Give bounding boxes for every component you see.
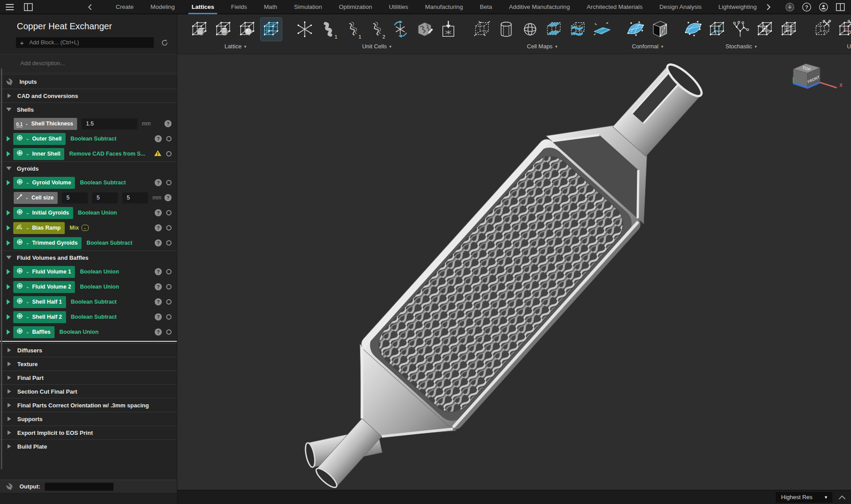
block-function-label[interactable]: Boolean Union: [59, 329, 98, 335]
conformal-surface-icon[interactable]: [625, 18, 646, 41]
visibility-toggle-icon[interactable]: [166, 314, 172, 320]
stochastic-points-icon[interactable]: [707, 18, 728, 41]
chevron-down-icon[interactable]: ⌄: [82, 225, 89, 231]
cellmap-wave-icon[interactable]: [567, 18, 589, 41]
section-final-part[interactable]: Final Part: [0, 371, 177, 384]
run-arrow-icon[interactable]: [7, 210, 10, 215]
output-field[interactable]: [45, 483, 113, 491]
view-cube[interactable]: TOP FRONT X: [791, 60, 843, 97]
block-chip-shell-half-2[interactable]: ⌄Shell Half 2: [13, 311, 66, 323]
run-arrow-icon[interactable]: [7, 269, 10, 274]
visibility-toggle-icon[interactable]: [166, 284, 172, 289]
block-function-label[interactable]: Boolean Subtract: [86, 240, 133, 246]
visibility-toggle-icon[interactable]: [166, 240, 172, 246]
stochastic-lines-icon[interactable]: [778, 18, 800, 41]
block-chip-fluid-volume-1[interactable]: ⌄Fluid Volume 1: [13, 266, 75, 278]
menu-tab-utilities[interactable]: Utilities: [380, 0, 417, 14]
block-chip-cell-size[interactable]: ⌄Cell size: [14, 192, 58, 204]
lattice-cube-box-icon[interactable]: [189, 18, 210, 41]
section-export-implicit-to-eos-print[interactable]: Export Implicit to EOS Print: [0, 426, 177, 439]
expand-triangle-icon[interactable]: [8, 348, 11, 352]
expand-triangle-icon[interactable]: [8, 417, 11, 421]
block-function-label[interactable]: Remove CAD Faces from S...: [69, 151, 145, 157]
run-arrow-icon[interactable]: [7, 180, 10, 185]
lattice-cube-sphere-icon[interactable]: [237, 18, 258, 41]
cellmap-plane-icon[interactable]: [591, 18, 613, 41]
ribbon-group-label-utilities[interactable]: Utilities▾: [847, 42, 851, 52]
help-icon[interactable]: ?: [155, 268, 162, 275]
block-chip-gyroid-volume[interactable]: ⌄Gyroid Volume: [13, 177, 75, 189]
visibility-toggle-icon[interactable]: [166, 151, 172, 156]
block-chip-shell-thickness[interactable]: 0.1⌄Shell Thickness: [14, 118, 77, 130]
lattice-cube-blue-icon[interactable]: [261, 18, 282, 41]
visibility-toggle-icon[interactable]: [166, 136, 172, 141]
help-icon[interactable]: ?: [800, 1, 813, 13]
sync-icon[interactable]: [158, 36, 171, 49]
run-arrow-icon[interactable]: [7, 329, 10, 335]
block-chip-fluid-volume-2[interactable]: ⌄Fluid Volume 2: [13, 281, 75, 293]
visibility-toggle-icon[interactable]: [166, 269, 172, 274]
section-supports[interactable]: Supports: [0, 412, 177, 426]
menu-tab-beta[interactable]: Beta: [472, 0, 501, 14]
expand-triangle-icon[interactable]: [8, 94, 11, 98]
gyroid-wire-icon[interactable]: 2: [366, 18, 387, 41]
stochastic-surface-icon[interactable]: [683, 18, 704, 41]
menu-tab-optimization[interactable]: Optimization: [330, 0, 380, 14]
cellmap-sphere-icon[interactable]: [519, 18, 541, 41]
block-chip-outer-shell[interactable]: ⌄Outer Shell: [13, 133, 66, 145]
block-chip-inner-shell[interactable]: ⌄Inner Shell: [13, 148, 64, 160]
block-function-label[interactable]: Boolean Union: [78, 210, 117, 216]
block-function-label[interactable]: Boolean Union: [80, 284, 119, 290]
block-function-label[interactable]: Boolean Subtract: [70, 136, 117, 142]
section-diffusers[interactable]: Diffusers: [0, 343, 177, 357]
ribbon-group-label-cell-maps[interactable]: Cell Maps▾: [527, 42, 557, 52]
section-texture[interactable]: Texture: [0, 357, 177, 371]
visibility-toggle-icon[interactable]: [166, 210, 172, 215]
value-field[interactable]: 5: [92, 192, 118, 203]
help-icon[interactable]: ?: [155, 209, 162, 216]
help-icon[interactable]: ?: [164, 194, 172, 201]
help-icon[interactable]: ?: [155, 135, 162, 142]
menu-tab-modeling[interactable]: Modeling: [142, 0, 183, 14]
block-chip-trimmed-gyroids[interactable]: ⌄Trimmed Gyroids: [13, 237, 82, 249]
ribbon-group-label-stochastic[interactable]: Stochastic▾: [726, 42, 757, 52]
panel-layout-icon[interactable]: [22, 1, 35, 13]
trim-red-scissors-icon[interactable]: [836, 18, 851, 41]
import-cell-icon[interactable]: [438, 18, 459, 41]
help-icon[interactable]: ?: [155, 224, 162, 231]
menu-tab-lightweighting[interactable]: Lightweighting: [710, 0, 765, 14]
section-section-cut-final-part[interactable]: Section Cut Final Part: [0, 384, 177, 398]
run-arrow-icon[interactable]: [7, 284, 10, 289]
ribbon-group-label-conformal[interactable]: Conformal▾: [632, 42, 664, 52]
asterisk-icon[interactable]: [294, 18, 316, 41]
add-block-input[interactable]: [16, 37, 154, 48]
block-function-label[interactable]: Boolean Subtract: [71, 299, 117, 305]
rotate-cell-icon[interactable]: [390, 18, 411, 41]
description-placeholder[interactable]: Add description...: [0, 54, 177, 73]
block-function-label[interactable]: Boolean Subtract: [71, 314, 117, 320]
stochastic-cross-icon[interactable]: [754, 18, 776, 41]
expand-triangle-icon[interactable]: [8, 375, 11, 380]
run-arrow-icon[interactable]: [7, 240, 10, 246]
help-icon[interactable]: ?: [155, 239, 162, 246]
expand-triangle-icon[interactable]: [8, 403, 11, 407]
block-function-label[interactable]: Boolean Union: [80, 269, 119, 275]
block-chip-initial-gyroids[interactable]: ⌄Initial Gyroids: [13, 207, 73, 219]
gyroid-wire-icon[interactable]: 1: [342, 18, 363, 41]
ribbon-group-label-lattice[interactable]: Lattice▾: [225, 42, 246, 52]
cellmap-cube-icon[interactable]: [472, 18, 493, 41]
block-chip-bias-ramp[interactable]: ⌄Bias Ramp: [13, 222, 65, 234]
block-function-label[interactable]: Boolean Subtract: [80, 180, 126, 186]
stochastic-tree-icon[interactable]: [730, 18, 752, 41]
block-function-label[interactable]: Mix: [70, 225, 79, 231]
section-cad-and-conversions[interactable]: CAD and Conversions: [0, 89, 177, 102]
block-chip-baffles[interactable]: ⌄Baffles: [13, 326, 55, 338]
menu-tab-lattices[interactable]: Lattices: [183, 0, 223, 14]
value-field[interactable]: 5: [122, 192, 148, 203]
collapse-triangle-icon[interactable]: [6, 256, 12, 259]
lattice-cube-cylinder-icon[interactable]: [213, 18, 234, 41]
back-chevron-icon[interactable]: [83, 1, 96, 13]
help-icon[interactable]: ?: [155, 328, 162, 336]
help-icon[interactable]: ?: [155, 313, 162, 320]
expand-triangle-icon[interactable]: [8, 389, 11, 394]
